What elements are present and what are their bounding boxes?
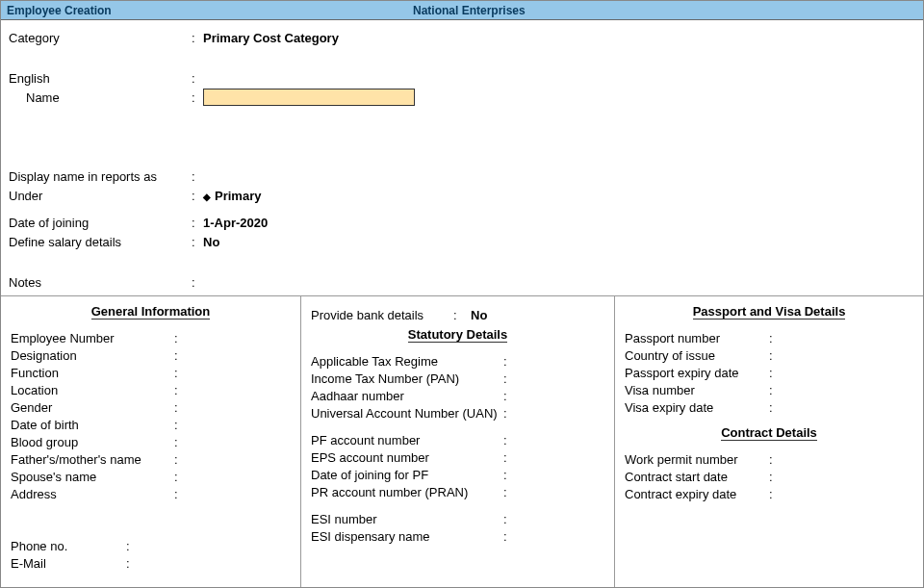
- bank-label: Provide bank details: [311, 308, 453, 322]
- esi-label: ESI number: [311, 512, 503, 526]
- emp-no-label: Employee Number: [11, 331, 174, 345]
- designation-label: Designation: [11, 348, 174, 363]
- phone-label: Phone no.: [11, 539, 126, 553]
- under-value: ◆Primary: [203, 189, 915, 203]
- contract-start-label: Contract start date: [625, 470, 769, 484]
- location-label: Location: [11, 383, 174, 397]
- passport-exp-label: Passport expiry date: [625, 366, 769, 380]
- category-value: Primary Cost Category: [203, 31, 915, 45]
- bank-value: No: [471, 308, 487, 322]
- statutory-title: Statutory Details: [408, 327, 507, 343]
- upper-form: Category : Primary Cost Category English…: [1, 20, 923, 296]
- aadhaar-label: Aadhaar number: [311, 389, 503, 403]
- passport-no-label: Passport number: [625, 331, 769, 345]
- dob-label: Date of birth: [11, 418, 174, 432]
- doj-pf-label: Date of joining for PF: [311, 468, 503, 482]
- name-input[interactable]: [203, 89, 415, 106]
- email-label: E-Mail: [11, 556, 126, 571]
- spouse-label: Spouse's name: [11, 470, 174, 484]
- window-title: Employee Creation: [1, 4, 112, 17]
- eps-label: EPS account number: [311, 450, 503, 465]
- address-label: Address: [11, 487, 174, 501]
- work-permit-label: Work permit number: [625, 452, 769, 467]
- name-label: Name: [9, 90, 192, 105]
- display-name-label: Display name in reports as: [9, 169, 192, 184]
- visa-exp-label: Visa expiry date: [625, 400, 769, 415]
- passport-contract-panel: Passport and Visa Details Passport numbe…: [615, 296, 923, 587]
- language-label: English: [9, 71, 192, 86]
- under-label: Under: [9, 189, 192, 203]
- title-bar: Employee Creation National Enterprises: [1, 1, 923, 20]
- uan-label: Universal Account Number (UAN): [311, 406, 503, 421]
- general-info-title: General Information: [91, 304, 211, 320]
- visa-no-label: Visa number: [625, 383, 769, 397]
- esi-disp-label: ESI dispensary name: [311, 529, 503, 544]
- general-info-panel: General Information Employee Number: Des…: [1, 296, 301, 587]
- pf-label: PF account number: [311, 433, 503, 447]
- contract-exp-label: Contract expiry date: [625, 487, 769, 501]
- country-label: Country of issue: [625, 348, 769, 363]
- salary-label: Define salary details: [9, 235, 192, 249]
- passport-visa-title: Passport and Visa Details: [693, 304, 846, 320]
- doj-value: 1-Apr-2020: [203, 216, 915, 230]
- pran-label: PR account number (PRAN): [311, 485, 503, 499]
- function-label: Function: [11, 366, 174, 380]
- parent-label: Father's/mother's name: [11, 452, 174, 467]
- pan-label: Income Tax Number (PAN): [311, 371, 503, 386]
- salary-value: No: [203, 235, 915, 249]
- statutory-panel: Provide bank details : No Statutory Deta…: [301, 296, 615, 587]
- tax-regime-label: Applicable Tax Regime: [311, 354, 503, 369]
- diamond-icon: ◆: [203, 192, 211, 202]
- category-label: Category: [9, 31, 192, 45]
- company-name: National Enterprises: [112, 4, 923, 17]
- lower-panels: General Information Employee Number: Des…: [1, 296, 923, 587]
- blood-label: Blood group: [11, 435, 174, 449]
- gender-label: Gender: [11, 400, 174, 415]
- notes-label: Notes: [9, 275, 192, 290]
- contract-title: Contract Details: [721, 425, 817, 441]
- doj-label: Date of joining: [9, 216, 192, 230]
